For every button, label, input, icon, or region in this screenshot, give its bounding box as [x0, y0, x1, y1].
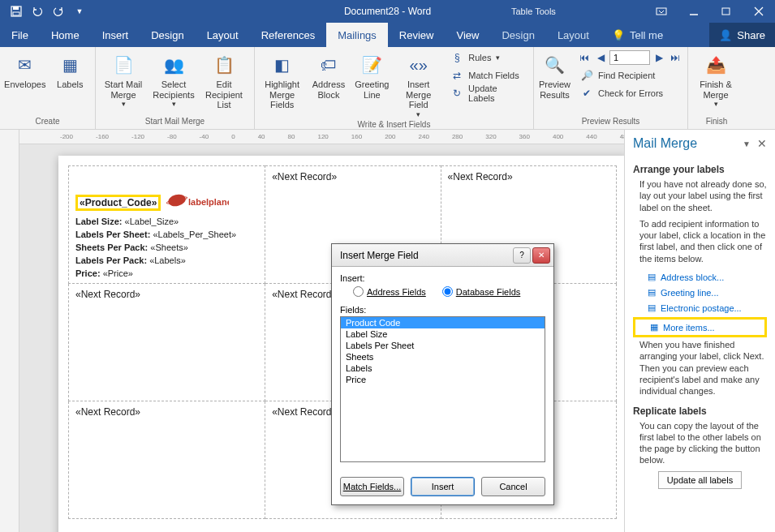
tab-strip: File Home Insert Design Layout Reference… — [0, 23, 775, 47]
first-record-icon[interactable]: ⏮ — [577, 50, 592, 65]
preview-results-button[interactable]: 🔍Preview Results — [537, 49, 572, 102]
envelopes-button[interactable]: ✉Envelopes — [3, 49, 47, 90]
rules-button[interactable]: §Rules — [446, 49, 530, 66]
svg-point-8 — [167, 192, 187, 208]
tell-me-input[interactable]: 💡 Tell me — [601, 23, 674, 47]
tab-file[interactable]: File — [0, 23, 40, 47]
start-mail-merge-button[interactable]: 📄Start Mail Merge — [99, 49, 148, 110]
tell-me-label: Tell me — [630, 29, 663, 41]
finish-merge-button[interactable]: 📤Finish & Merge — [691, 49, 740, 109]
record-number-input[interactable] — [609, 50, 650, 65]
cancel-button[interactable]: Cancel — [481, 477, 545, 496]
electronic-postage-link[interactable]: ▤Electronic postage... — [633, 300, 767, 315]
dialog-help-icon[interactable]: ? — [513, 247, 531, 264]
highlight-merge-fields-button[interactable]: ◧Highlight Merge Fields — [258, 49, 306, 118]
field-option[interactable]: Product Code — [341, 317, 545, 328]
maximize-icon[interactable] — [710, 0, 743, 23]
svg-rect-5 — [722, 8, 730, 15]
find-recipient-button[interactable]: 🔎Find Recipient — [575, 66, 684, 84]
preview-icon: 🔍 — [542, 52, 568, 78]
insert-merge-field-button[interactable]: «»Insert Merge Field — [394, 49, 442, 118]
last-record-icon[interactable]: ⏭ — [668, 50, 682, 65]
database-fields-radio-input[interactable] — [442, 286, 453, 297]
tab-table-layout[interactable]: Layout — [546, 23, 601, 47]
update-icon: ↻ — [450, 87, 463, 100]
next-record-icon[interactable]: ▶ — [652, 50, 666, 65]
ins-merge-label: Insert Merge Field — [394, 79, 442, 110]
taskpane-close-icon[interactable]: ✕ — [757, 137, 767, 150]
vertical-ruler[interactable] — [0, 130, 19, 532]
tab-home[interactable]: Home — [40, 23, 91, 47]
tab-table-design[interactable]: Design — [490, 23, 545, 47]
dialog-close-icon[interactable]: ✕ — [532, 247, 550, 264]
greeting-line-button[interactable]: 📝Greeting Line — [351, 49, 393, 118]
fields-listbox[interactable]: Product CodeLabel SizeLabels Per SheetSh… — [340, 316, 545, 462]
rules-icon: § — [450, 51, 463, 64]
ribbon-display-options-icon[interactable] — [645, 0, 678, 23]
field-option[interactable]: Labels Per Sheet — [341, 340, 545, 351]
field-option[interactable]: Labels — [341, 363, 545, 374]
select-recipients-button[interactable]: 👥Select Recipients — [149, 49, 198, 110]
dialog-title: Insert Merge Field — [340, 250, 419, 261]
person-icon: 👤 — [719, 29, 732, 41]
match-label: Match Fields — [468, 71, 519, 80]
undo-icon[interactable] — [28, 2, 47, 21]
label-cell[interactable]: «Next Record» — [69, 284, 265, 401]
greeting-line-link[interactable]: ▤Greeting line... — [633, 285, 767, 300]
replicate-para: You can copy the layout of the first lab… — [633, 420, 767, 466]
horizontal-ruler[interactable]: -200-160-120-80-400408012016020024028032… — [19, 130, 624, 144]
address-fields-radio-input[interactable] — [353, 286, 364, 297]
close-icon[interactable] — [743, 0, 775, 23]
table-tools-label: Table Tools — [511, 6, 556, 16]
address-block-button[interactable]: 🏷Address Block — [308, 49, 349, 118]
lpp-value: «Labels» — [149, 255, 186, 265]
svg-rect-1 — [13, 6, 19, 10]
qat-customize-icon[interactable]: ▼ — [70, 2, 89, 21]
address-block-link-label: Address block... — [661, 272, 724, 282]
minimize-icon[interactable] — [678, 0, 710, 23]
redo-icon[interactable] — [49, 2, 68, 21]
update-label: Update Labels — [468, 84, 525, 103]
edit-recipient-list-button[interactable]: 📋Edit Recipient List — [200, 49, 248, 110]
taskpane-menu-icon[interactable]: ▼ — [743, 139, 751, 148]
update-all-labels-button[interactable]: Update all labels — [658, 471, 742, 489]
update-labels-button[interactable]: ↻Update Labels — [446, 84, 530, 102]
tab-layout[interactable]: Layout — [196, 23, 250, 47]
address-block-link[interactable]: ▤Address block... — [633, 269, 767, 285]
start-mm-label: Start Mail Merge — [105, 79, 142, 100]
mail-merge-task-pane: Mail Merge ▼ ✕ Arrange your labels If yo… — [624, 130, 775, 532]
arrange-para-3: When you have finished arranging your la… — [633, 339, 767, 397]
tab-design[interactable]: Design — [140, 23, 195, 47]
label-cell[interactable]: «Product_Code» labelplanet Label Size: «… — [69, 166, 265, 284]
lpp-title: Labels Per Pack: — [75, 255, 147, 265]
more-items-link[interactable]: ▦More items... — [633, 317, 767, 337]
check-label: Check for Errors — [598, 88, 663, 98]
people-icon: 👥 — [161, 52, 187, 78]
tab-view[interactable]: View — [445, 23, 490, 47]
next-record-field: «Next Record» — [272, 406, 337, 418]
svg-rect-2 — [13, 12, 19, 15]
product-code-field: «Product_Code» — [75, 195, 161, 211]
field-option[interactable]: Sheets — [341, 351, 545, 363]
address-fields-radio[interactable]: Address Fields — [353, 286, 426, 297]
label-size-title: Label Size: — [75, 217, 122, 226]
field-option[interactable]: Label Size — [341, 328, 545, 340]
match-fields-dialog-button[interactable]: Match Fields... — [340, 477, 404, 496]
insert-button[interactable]: Insert — [411, 477, 475, 496]
prev-record-icon[interactable]: ◀ — [593, 50, 608, 65]
match-fields-button[interactable]: ⇄Match Fields — [446, 66, 530, 84]
tab-insert[interactable]: Insert — [91, 23, 140, 47]
spp-title: Sheets Per Pack: — [75, 242, 148, 252]
database-fields-radio[interactable]: Database Fields — [442, 286, 521, 297]
database-radio-label: Database Fields — [456, 287, 521, 297]
label-cell[interactable]: «Next Record» — [69, 401, 265, 519]
group-finish-title: Finish — [691, 115, 742, 129]
save-icon[interactable] — [6, 2, 26, 21]
field-option[interactable]: Price — [341, 374, 545, 385]
tab-review[interactable]: Review — [388, 23, 446, 47]
labels-button[interactable]: ▦Labels — [49, 49, 93, 90]
tab-references[interactable]: References — [250, 23, 326, 47]
share-button[interactable]: 👤 Share — [709, 23, 775, 47]
check-errors-button[interactable]: ✔Check for Errors — [575, 84, 684, 102]
tab-mailings[interactable]: Mailings — [326, 23, 388, 47]
